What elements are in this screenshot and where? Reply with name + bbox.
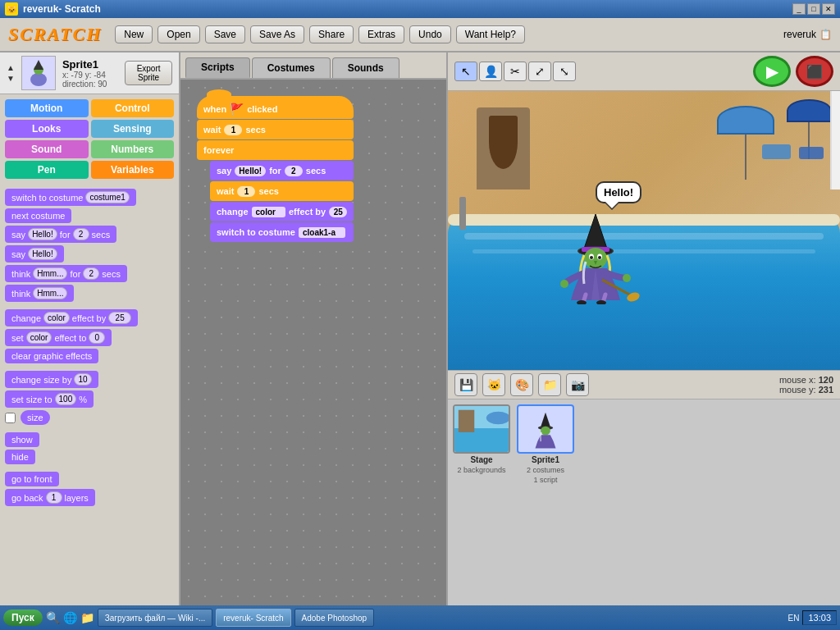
wait-2-block[interactable]: wait 1 secs: [210, 181, 354, 201]
pen-category[interactable]: Pen: [5, 161, 89, 179]
shrink-tool[interactable]: ⤡: [553, 62, 576, 81]
taskbar-item-photoshop[interactable]: Adobe Photoshop: [294, 609, 375, 627]
sounds-tab[interactable]: Sounds: [332, 57, 399, 78]
change-color-block[interactable]: change color effect by 25: [210, 202, 354, 221]
svg-point-25: [541, 426, 550, 435]
block-show[interactable]: show: [5, 432, 174, 447]
paint-btn[interactable]: 🎨: [510, 373, 533, 396]
think-input[interactable]: Hmm...: [33, 267, 67, 280]
folder-btn[interactable]: 📁: [538, 373, 561, 396]
block-hide[interactable]: hide: [5, 450, 174, 464]
stage-save-btn[interactable]: 💾: [454, 373, 477, 396]
scripts-tab[interactable]: Scripts: [185, 57, 250, 78]
say-block[interactable]: say Hello! for 2 secs: [210, 161, 354, 180]
say-input[interactable]: Hello!: [28, 228, 57, 240]
block-clear-effects[interactable]: clear graphic effects: [5, 349, 174, 363]
think-secs-input[interactable]: 2: [83, 267, 99, 280]
block-next-costume[interactable]: next costume: [5, 208, 174, 223]
wait-1-input[interactable]: 1: [224, 125, 242, 135]
open-button[interactable]: Open: [158, 25, 199, 43]
sprite-nav-down[interactable]: ▼: [7, 74, 15, 84]
taskbar-item-wiki[interactable]: Загрузить файл — Wiki -...: [98, 609, 213, 627]
say-secs-input[interactable]: 2: [73, 228, 89, 240]
block-switch-costume[interactable]: switch to costume costume1: [5, 189, 174, 206]
layers-input[interactable]: 1: [46, 491, 62, 504]
save-button[interactable]: Save: [205, 25, 245, 43]
undo-button[interactable]: Undo: [409, 25, 451, 43]
switch-costume-block[interactable]: switch to costume cloak1-a: [210, 222, 354, 242]
want-help-button[interactable]: Want Help?: [456, 25, 525, 43]
say-input2[interactable]: Hello!: [28, 248, 57, 260]
when-flag-block[interactable]: when 🚩 clicked: [197, 96, 354, 119]
set-val-input[interactable]: 0: [89, 331, 105, 344]
effect-num-input[interactable]: 25: [329, 207, 347, 217]
sprite1-thumb[interactable]: [517, 404, 574, 454]
say-secs-input[interactable]: 2: [285, 166, 303, 176]
block-go-back[interactable]: go back 1 layers: [5, 489, 174, 506]
control-category[interactable]: Control: [91, 99, 175, 117]
numbers-category[interactable]: Numbers: [91, 140, 175, 158]
sprite1-thumb-image: [525, 407, 566, 452]
block-think-for[interactable]: think Hmm... for 2 secs: [5, 265, 174, 282]
wait-2-input[interactable]: 1: [237, 186, 255, 197]
cursor-tool[interactable]: ↖: [454, 62, 477, 81]
effect-type-input[interactable]: color: [43, 312, 70, 324]
block-say[interactable]: say Hello!: [5, 245, 174, 262]
costumes-tab[interactable]: Costumes: [252, 57, 331, 78]
say-hello-input[interactable]: Hello!: [235, 166, 266, 176]
looks-category[interactable]: Looks: [5, 120, 89, 138]
block-think[interactable]: think Hmm...: [5, 285, 174, 302]
size-checkbox[interactable]: [5, 413, 16, 423]
go-button[interactable]: ▶: [753, 56, 791, 87]
variables-category[interactable]: Variables: [91, 161, 175, 179]
toolbar: SCRATCH New Open Save Save As Share Extr…: [0, 18, 840, 52]
scissors-tool[interactable]: ✂: [504, 62, 527, 81]
block-change-size[interactable]: change size by 10: [5, 371, 174, 388]
block-say-for[interactable]: say Hello! for 2 secs: [5, 226, 174, 243]
block-set-effect[interactable]: set color effect to 0: [5, 329, 174, 346]
block-change-effect[interactable]: change color effect by 25: [5, 309, 174, 326]
motion-category[interactable]: Motion: [5, 99, 89, 117]
camera-btn[interactable]: 📷: [566, 373, 589, 396]
sensing-category[interactable]: Sensing: [91, 120, 175, 138]
forever-block[interactable]: forever: [197, 140, 354, 160]
export-sprite-button[interactable]: Export Sprite: [125, 61, 172, 85]
color-dropdown[interactable]: color: [252, 207, 285, 217]
sprite1-thumb-container[interactable]: Sprite1 2 costumes 1 script: [517, 404, 574, 600]
sprite1-scripts: 1 script: [533, 476, 557, 484]
block-set-size[interactable]: set size to 100 %: [5, 390, 174, 408]
sprite-nav[interactable]: ▲ ▼: [7, 63, 15, 84]
size-val-input[interactable]: 100: [55, 393, 77, 405]
sprite-library-btn[interactable]: 🐱: [482, 373, 505, 396]
close-button[interactable]: ✕: [822, 3, 835, 15]
svg-point-11: [598, 256, 601, 259]
stage-thumb[interactable]: [453, 404, 510, 454]
stop-button[interactable]: ⬛: [796, 56, 833, 87]
block-go-front[interactable]: go to front: [5, 472, 174, 486]
maximize-button[interactable]: □: [807, 3, 820, 15]
costume-input[interactable]: costume1: [85, 191, 129, 203]
wait-1-block[interactable]: wait 1 secs: [197, 120, 354, 139]
scripts-canvas[interactable]: when 🚩 clicked wait 1 secs forever: [180, 80, 446, 605]
grow-tool[interactable]: ⤢: [528, 62, 551, 81]
think-input2[interactable]: Hmm...: [33, 287, 67, 299]
set-color-input[interactable]: color: [26, 331, 52, 344]
share-button[interactable]: Share: [309, 25, 354, 43]
sprite-nav-up[interactable]: ▲: [7, 63, 15, 73]
taskbar-item-scratch[interactable]: reveruk- Scratch: [216, 609, 290, 627]
window-controls[interactable]: _ □ ✕: [792, 3, 835, 15]
new-button[interactable]: New: [115, 25, 153, 43]
middle-panel: Scripts Costumes Sounds when 🚩 clicked: [180, 52, 446, 605]
block-size-reporter[interactable]: size: [5, 410, 174, 425]
start-button[interactable]: Пуск: [3, 609, 43, 626]
save-as-button[interactable]: Save As: [250, 25, 304, 43]
effect-val-input[interactable]: 25: [108, 312, 131, 324]
stage-thumb-container[interactable]: Stage 2 backgrounds: [453, 404, 510, 600]
size-change-input[interactable]: 10: [74, 373, 91, 386]
minimize-button[interactable]: _: [792, 3, 806, 15]
sound-category[interactable]: Sound: [5, 140, 89, 158]
costume-dropdown[interactable]: cloak1-a: [299, 227, 345, 238]
chair-1: [762, 144, 791, 159]
extras-button[interactable]: Extras: [358, 25, 404, 43]
stamp-tool[interactable]: 👤: [479, 62, 502, 81]
